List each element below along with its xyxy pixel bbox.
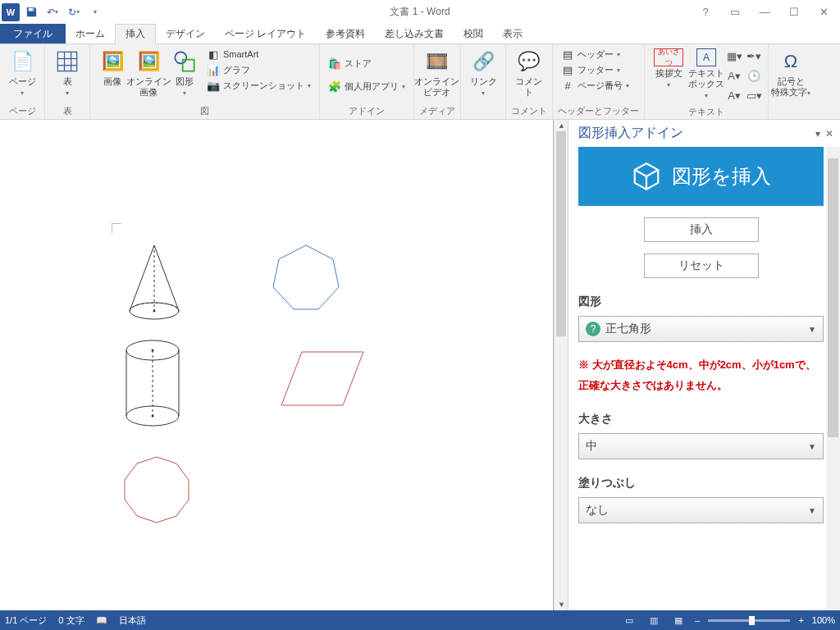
taskpane-header: 図形挿入アドイン ▾ ✕ [568,120,840,147]
scroll-down-icon[interactable]: ▼ [555,599,568,610]
help-icon[interactable]: ? [694,4,717,21]
group-pages: 📄ページ▾ ページ [0,44,45,119]
zoom-in-icon[interactable]: + [798,615,803,625]
footer-button[interactable]: ▤フッター ▾ [558,62,632,77]
date-time-icon[interactable]: 🕒 [745,66,763,84]
taskpane-title: 図形挿入アドイン [578,125,683,142]
svg-marker-19 [281,352,363,405]
task-pane: 図形挿入アドイン ▾ ✕ 図形を挿入 挿入 リセット 図形 ? 正七角形 ▼ [568,120,840,610]
symbols-button[interactable]: Ω記号と 特殊文字▾ [774,47,808,99]
svg-point-10 [153,310,156,313]
maximize-icon[interactable]: ☐ [783,4,806,21]
group-comments: 💬コメント コメント [506,44,553,119]
qat-customize-icon[interactable]: ▾ [85,2,105,22]
shape-cylinder[interactable] [120,338,185,428]
chevron-down-icon: ▼ [808,325,816,334]
shape-heptagon[interactable] [269,241,343,315]
online-pictures-button[interactable]: 🖼️オンライン 画像 [131,47,166,99]
my-addins-button[interactable]: 🧩個人用アプリ ▾ [325,80,409,94]
group-media: 🎞️オンライン ビデオ メディア [414,44,461,119]
size-select[interactable]: 中 ▼ [578,433,824,459]
document-area[interactable]: ▲ ▼ [0,120,568,610]
status-bar: 1/1 ページ 0 文字 📖 日本語 ▭ ▥ ▦ – + 100% [0,610,840,630]
page-number-button[interactable]: #ページ番号 ▾ [558,78,632,93]
word-app-icon[interactable]: W [2,3,20,21]
size-label: 大きさ [578,412,824,427]
wordart-icon[interactable]: A▾ [725,66,743,84]
screenshot-button[interactable]: 📷スクリーンショット ▾ [203,78,314,93]
shapes-button[interactable]: 図形▾ [167,47,202,99]
shape-parallelogram[interactable] [277,348,368,413]
table-button[interactable]: 表▾ [50,47,84,99]
store-button[interactable]: 🛍️ストア [325,57,409,71]
close-icon[interactable]: ✕ [812,4,835,21]
cube-icon [631,161,662,192]
taskpane-menu-icon[interactable]: ▾ [815,128,820,139]
tab-view[interactable]: 表示 [493,24,532,43]
comment-button[interactable]: 💬コメント [511,47,546,99]
object-icon[interactable]: ▭▾ [745,86,763,104]
quick-access-toolbar: W ↶▾ ↻▾ ▾ [0,2,105,22]
greeting-button[interactable]: あいさつ挨拶文▾ [650,47,687,91]
zoom-level[interactable]: 100% [812,615,835,625]
smartart-button[interactable]: ◧SmartArt [203,47,314,62]
view-web-icon[interactable]: ▦ [670,614,687,627]
dropcap-icon[interactable]: A▾ [725,86,743,104]
links-button[interactable]: 🔗リンク▾ [466,47,500,99]
status-page[interactable]: 1/1 ページ [5,614,47,627]
shape-cone[interactable] [121,241,187,323]
ribbon: 📄ページ▾ ページ 表▾ 表 🖼️画像 🖼️オンライン 画像 図形▾ ◧Smar… [0,44,840,120]
tab-references[interactable]: 参考資料 [316,24,375,43]
tab-mailings[interactable]: 差し込み文書 [375,24,454,43]
online-video-button[interactable]: 🎞️オンライン ビデオ [419,47,454,99]
scroll-thumb[interactable] [556,131,566,336]
header-button[interactable]: ▤ヘッダー ▾ [558,47,632,62]
scroll-thumb[interactable] [828,158,838,437]
zoom-out-icon[interactable]: – [695,615,700,625]
reset-button[interactable]: リセット [644,253,759,278]
scroll-up-icon[interactable]: ▲ [555,120,568,131]
ribbon-display-icon[interactable]: ▭ [724,4,746,21]
ribbon-tabs: ファイル ホーム 挿入 デザイン ページ レイアウト 参考資料 差し込み文書 校… [0,24,840,44]
view-read-icon[interactable]: ▭ [621,614,637,627]
page[interactable] [15,126,533,604]
tab-design[interactable]: デザイン [156,24,215,43]
help-badge-icon: ? [586,322,600,336]
textbox-button[interactable]: Aテキスト ボックス▾ [689,47,724,103]
status-language[interactable]: 日本語 [119,614,146,627]
shape-select[interactable]: ? 正七角形 ▼ [578,316,824,342]
tab-layout[interactable]: ページ レイアウト [215,24,316,43]
quick-parts-icon[interactable]: ▦▾ [725,47,743,65]
taskpane-scrollbar[interactable] [826,147,840,610]
pictures-button[interactable]: 🖼️画像 [95,47,130,89]
undo-icon[interactable]: ↶▾ [43,2,62,22]
status-word-count[interactable]: 0 文字 [58,614,84,627]
svg-rect-0 [57,52,76,71]
zoom-slider[interactable] [708,619,790,622]
vertical-scrollbar[interactable]: ▲ ▼ [554,120,568,610]
window-controls: ? ▭ — ☐ ✕ [694,4,840,21]
insert-button[interactable]: 挿入 [644,217,759,242]
fill-select[interactable]: なし ▼ [578,497,824,523]
chevron-down-icon: ▼ [808,506,816,515]
taskpane-close-icon[interactable]: ✕ [825,128,833,139]
save-icon[interactable] [21,2,41,22]
chart-button[interactable]: 📊グラフ [203,62,314,77]
tab-file[interactable]: ファイル [0,24,66,43]
tab-review[interactable]: 校閲 [454,24,493,43]
svg-point-5 [175,52,186,63]
tab-insert[interactable]: 挿入 [115,24,156,44]
group-text: あいさつ挨拶文▾ Aテキスト ボックス▾ ▦▾✒▾ A▾🕒 A▾▭▾ テキスト [645,44,769,119]
signature-icon[interactable]: ✒▾ [745,47,763,65]
group-symbols: Ω記号と 特殊文字▾ [769,44,813,119]
view-print-icon[interactable]: ▥ [646,614,662,627]
redo-icon[interactable]: ↻▾ [64,2,84,22]
svg-point-17 [152,349,154,352]
status-proofing-icon[interactable]: 📖 [96,615,107,626]
minimize-icon[interactable]: — [753,4,776,21]
hero-banner: 図形を挿入 [578,147,824,206]
svg-marker-20 [125,457,189,523]
shape-decagon[interactable] [120,454,194,528]
tab-home[interactable]: ホーム [66,24,115,43]
pages-button[interactable]: 📄ページ▾ [5,47,39,99]
